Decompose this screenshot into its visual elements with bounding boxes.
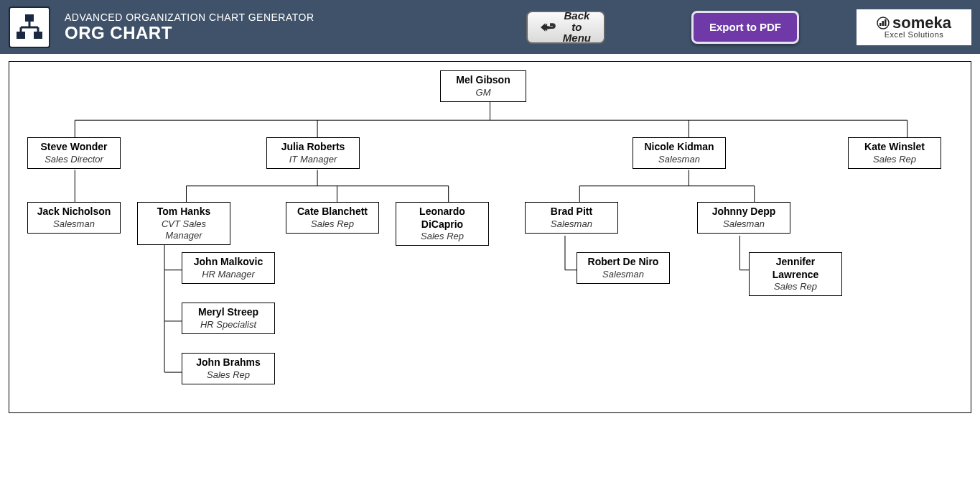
- node-role: Sales Director: [32, 154, 116, 165]
- node-tom[interactable]: Tom Hanks CVT Sales Manager: [137, 202, 230, 245]
- app-header: ADVANCED ORGANIZATION CHART GENERATOR OR…: [0, 0, 980, 54]
- node-role: Sales Rep: [291, 218, 374, 230]
- brand-name: someka: [892, 15, 951, 31]
- node-role: Sales Rep: [754, 281, 837, 292]
- node-nicole[interactable]: Nicole Kidman Salesman: [633, 137, 726, 169]
- node-role: IT Manager: [271, 154, 355, 165]
- node-role: GM: [445, 87, 521, 98]
- app-subtitle: ADVANCED ORGANIZATION CHART GENERATOR: [65, 11, 337, 23]
- node-kate[interactable]: Kate Winslet Sales Rep: [848, 137, 941, 169]
- node-name: John Malkovic: [187, 256, 270, 269]
- node-role: Sales Rep: [187, 369, 270, 381]
- node-role: Salesman: [32, 218, 116, 230]
- node-role: Sales Rep: [401, 231, 484, 242]
- node-name: Julia Roberts: [271, 141, 355, 154]
- node-name: Mel Gibson: [445, 74, 521, 87]
- title-block: ADVANCED ORGANIZATION CHART GENERATOR OR…: [65, 11, 337, 43]
- node-role: HR Manager: [187, 269, 270, 280]
- node-role: Salesman: [582, 269, 665, 280]
- export-pdf-button[interactable]: Export to PDF: [691, 11, 799, 44]
- app-logo: [9, 6, 50, 48]
- brand-tagline: Excel Solutions: [885, 31, 944, 39]
- node-steve[interactable]: Steve Wonder Sales Director: [27, 137, 121, 169]
- brand-logo: someka Excel Solutions: [857, 9, 971, 45]
- app-title: ORG CHART: [65, 23, 337, 43]
- node-cate[interactable]: Cate Blanchett Sales Rep: [286, 202, 379, 234]
- node-role: Salesman: [530, 218, 613, 230]
- node-name: Steve Wonder: [32, 141, 116, 154]
- node-name: Meryl Streep: [187, 306, 270, 319]
- svg-rect-10: [885, 19, 887, 26]
- node-jack[interactable]: Jack Nicholson Salesman: [27, 202, 121, 234]
- node-john-b[interactable]: John Brahms Sales Rep: [182, 353, 275, 384]
- node-julia[interactable]: Julia Roberts IT Manager: [266, 137, 360, 169]
- node-role: Salesman: [638, 154, 721, 165]
- node-name: Brad Pitt: [530, 206, 613, 218]
- node-role: Sales Rep: [853, 154, 936, 165]
- node-johnny[interactable]: Johnny Depp Salesman: [697, 202, 790, 234]
- svg-rect-9: [882, 21, 885, 26]
- back-arrow-icon: [541, 19, 556, 36]
- node-name: Jack Nicholson: [32, 206, 116, 218]
- node-robert[interactable]: Robert De Niro Salesman: [577, 252, 670, 284]
- node-name: Nicole Kidman: [638, 141, 721, 154]
- node-name: Cate Blanchett: [291, 206, 374, 218]
- node-john-m[interactable]: John Malkovic HR Manager: [182, 252, 275, 284]
- node-role: Salesman: [702, 218, 785, 230]
- node-role: CVT Sales Manager: [142, 218, 225, 242]
- brand-icon: [877, 17, 890, 29]
- node-brad[interactable]: Brad Pitt Salesman: [525, 202, 618, 234]
- node-leo[interactable]: Leonardo DiCaprio Sales Rep: [396, 202, 489, 246]
- node-name: John Brahms: [187, 356, 270, 369]
- node-name: Tom Hanks: [142, 206, 225, 218]
- node-meryl[interactable]: Meryl Streep HR Specialist: [182, 303, 275, 334]
- back-to-menu-button[interactable]: Back to Menu: [526, 11, 605, 44]
- node-jennifer[interactable]: Jennifer Lawrence Sales Rep: [749, 252, 842, 296]
- node-role: HR Specialist: [187, 319, 270, 331]
- svg-rect-8: [879, 23, 882, 26]
- node-name: Kate Winslet: [853, 141, 936, 154]
- node-name: Leonardo DiCaprio: [401, 206, 484, 231]
- node-gm[interactable]: Mel Gibson GM: [440, 70, 526, 102]
- org-chart-canvas: Mel Gibson GM Steve Wonder Sales Directo…: [9, 61, 971, 413]
- node-name: Jennifer Lawrence: [754, 256, 837, 281]
- export-label: Export to PDF: [709, 22, 781, 33]
- svg-rect-0: [25, 14, 34, 22]
- back-label: Back to Menu: [563, 10, 591, 44]
- node-name: Robert De Niro: [582, 256, 665, 269]
- node-name: Johnny Depp: [702, 206, 785, 218]
- svg-rect-1: [17, 32, 25, 39]
- svg-rect-2: [34, 32, 42, 39]
